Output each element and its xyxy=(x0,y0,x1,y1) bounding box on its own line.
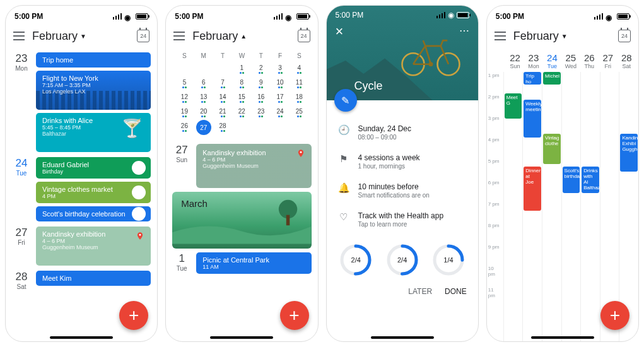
calendar-day[interactable]: 25 xyxy=(290,105,308,120)
calendar-day[interactable] xyxy=(194,62,213,76)
week-event[interactable]: Trip ho xyxy=(524,72,541,85)
week-day-header[interactable]: 24Tue xyxy=(543,50,561,72)
add-button[interactable]: + xyxy=(280,301,309,330)
today-icon[interactable]: 24 xyxy=(618,30,631,42)
day-label[interactable]: 24Tue xyxy=(12,157,31,221)
today-icon[interactable]: 24 xyxy=(298,30,310,42)
today-icon[interactable]: 24 xyxy=(137,30,149,42)
calendar-day[interactable] xyxy=(213,62,232,76)
flag-icon: ⚑ xyxy=(338,153,349,165)
week-event[interactable]: Drinks with Al Balthaz xyxy=(582,167,599,193)
week-event[interactable]: Vintag clothe xyxy=(543,134,561,164)
calendar-day[interactable]: 11 xyxy=(290,76,308,91)
day-label[interactable]: 1Tue xyxy=(172,252,191,274)
day-label[interactable]: 27Fri xyxy=(12,226,31,266)
calendar-day[interactable]: 15 xyxy=(232,91,251,105)
event-card[interactable]: Kandinsky exhibition4 – 6 PMGuggenheim M… xyxy=(196,144,311,188)
menu-icon[interactable] xyxy=(495,32,506,40)
calendar-day[interactable]: 2 xyxy=(252,62,271,76)
calendar-day[interactable]: 10 xyxy=(271,76,290,91)
calendar-day[interactable]: 3 xyxy=(271,62,290,76)
calendar-day[interactable]: 28 xyxy=(213,120,232,135)
week-day-header[interactable]: 27Fri xyxy=(599,50,617,72)
day-label[interactable]: 23Mon xyxy=(12,52,31,152)
month-dropdown[interactable]: February▼ xyxy=(513,30,611,43)
hour-label: 5 pm xyxy=(487,158,503,179)
event-card[interactable]: Trip home xyxy=(36,52,151,68)
calendar-day[interactable]: 17 xyxy=(271,91,290,105)
progress-ring: 2/4 xyxy=(339,243,373,277)
hour-label: 2 pm xyxy=(487,93,503,115)
later-button[interactable]: LATER xyxy=(408,287,432,296)
event-card[interactable]: Eduard GabrielBirthday xyxy=(36,157,151,179)
calendar-day[interactable]: 9 xyxy=(252,76,271,91)
calendar-day[interactable]: 12 xyxy=(175,91,194,105)
calendar-day[interactable]: 26 xyxy=(175,120,194,135)
calendar-day[interactable]: 4 xyxy=(290,62,308,76)
calendar-day[interactable]: 18 xyxy=(290,91,308,105)
calendar-day[interactable]: 8 xyxy=(232,76,251,91)
edit-button[interactable]: ✎ xyxy=(334,89,357,112)
hour-label: 9 pm xyxy=(487,244,503,265)
calendar-day[interactable]: 6 xyxy=(194,76,213,91)
event-card[interactable]: 🍸Drinks with Alice5:45 – 8:45 PMBalthaza… xyxy=(36,113,151,152)
detail-row[interactable]: ⚑4 sessions a week1 hour, mornings xyxy=(337,147,468,176)
detail-row[interactable]: 🕘Sunday, 24 Dec08:00 – 09:00 xyxy=(337,118,468,147)
month-dropdown[interactable]: February▼ xyxy=(32,30,129,43)
calendar-day[interactable]: 7 xyxy=(213,76,232,91)
week-event[interactable]: Dinner at Joe xyxy=(524,167,541,211)
calendar-day[interactable]: 27 xyxy=(196,120,211,135)
calendar-day[interactable]: 23 xyxy=(252,105,271,120)
month-dropdown[interactable]: February▲ xyxy=(192,30,290,43)
home-indicator xyxy=(50,336,113,339)
clock-icon: 🕘 xyxy=(338,124,349,136)
add-button[interactable]: + xyxy=(600,301,629,330)
avatar xyxy=(132,207,146,221)
day-label[interactable]: 28Sat xyxy=(12,271,31,290)
event-card[interactable]: Picnic at Central Park11 AM xyxy=(196,252,311,274)
mini-calendar[interactable]: SMTWTFS 12345678910111213141516171819202… xyxy=(166,50,317,140)
menu-icon[interactable] xyxy=(173,32,185,40)
week-day-header[interactable]: 22Sun xyxy=(506,50,524,72)
week-event[interactable]: Meet G xyxy=(505,93,522,119)
calendar-day[interactable] xyxy=(175,62,194,76)
calendar-day[interactable] xyxy=(271,120,290,135)
week-day-header[interactable]: 25Wed xyxy=(561,50,580,72)
calendar-day[interactable]: 14 xyxy=(213,91,232,105)
detail-row[interactable]: 🔔10 minutes beforeSmart notifications ar… xyxy=(337,176,468,205)
event-card[interactable]: Vintage clothes market4 PM xyxy=(36,182,151,203)
calendar-day[interactable] xyxy=(252,120,271,135)
signal-icon xyxy=(113,13,122,20)
calendar-day[interactable]: 13 xyxy=(194,91,213,105)
event-card[interactable]: Scott's birthday celebration xyxy=(36,206,151,221)
week-day-header[interactable]: 26Thu xyxy=(580,50,599,72)
calendar-day[interactable]: 1 xyxy=(232,62,251,76)
calendar-day[interactable]: 22 xyxy=(232,105,251,120)
done-button[interactable]: DONE xyxy=(445,287,467,296)
event-card[interactable]: Meet Kim xyxy=(36,271,151,286)
week-day-header[interactable]: 28Sat xyxy=(618,50,636,72)
add-button[interactable]: + xyxy=(119,301,148,330)
detail-row[interactable]: ♡Track with the Health appTap to learn m… xyxy=(337,205,468,234)
calendar-day[interactable]: 19 xyxy=(175,105,194,120)
goal-hero: 5:00 PM ◉ × ⋯ Cycle ✎ xyxy=(327,6,478,100)
week-event[interactable]: Scott's birthda xyxy=(563,167,580,193)
calendar-day[interactable]: 21 xyxy=(213,105,232,120)
week-day-header[interactable]: 23Mon xyxy=(524,50,542,72)
status-bar: 5:00 PM ◉ xyxy=(6,6,157,22)
calendar-day[interactable] xyxy=(232,120,251,135)
day-label[interactable]: 27Sun xyxy=(172,144,191,188)
menu-icon[interactable] xyxy=(13,32,25,40)
calendar-day[interactable]: 24 xyxy=(271,105,290,120)
event-card[interactable]: Kandinsky exhibition4 – 6 PMGuggenheim M… xyxy=(36,226,151,266)
event-card[interactable]: Flight to New York7:15 AM – 3:35 PMLos A… xyxy=(36,71,151,110)
calendar-day[interactable]: 5 xyxy=(175,76,194,91)
close-icon[interactable]: × xyxy=(336,25,344,38)
calendar-day[interactable] xyxy=(290,120,308,135)
calendar-day[interactable]: 20 xyxy=(194,105,213,120)
calendar-day[interactable]: 16 xyxy=(252,91,271,105)
week-event[interactable]: Kandin Exhibi Gugghe xyxy=(620,134,638,172)
week-event[interactable]: Michel xyxy=(543,72,561,85)
week-event[interactable]: Weekly meetin xyxy=(524,100,541,138)
bell-icon: 🔔 xyxy=(338,182,349,194)
